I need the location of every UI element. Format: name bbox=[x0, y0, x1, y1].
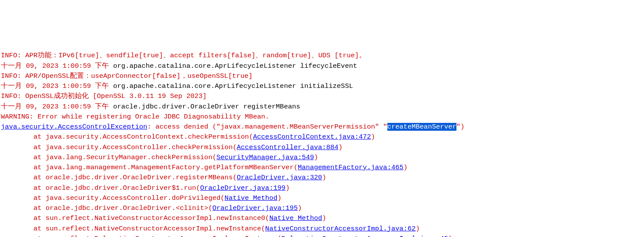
log-text: INFO: APR功能：IPv6[true]、sendfile[true]、ac… bbox=[1, 52, 366, 59]
source-link[interactable]: ManagementFactory.java:465 bbox=[298, 164, 404, 171]
console-line: 十一月 09, 2023 1:00:59 下午 oracle.jdbc.driv… bbox=[1, 102, 643, 112]
log-text: at sun.reflect.DelegatingConstructorAcce… bbox=[1, 235, 282, 237]
log-text: ) bbox=[338, 143, 342, 151]
log-text: INFO: OpenSSL成功初始化 [OpenSSL 3.0.11 19 Se… bbox=[1, 92, 207, 100]
console-line: INFO: APR功能：IPv6[true]、sendfile[true]、ac… bbox=[1, 51, 643, 61]
console-line: 十一月 09, 2023 1:00:59 下午 org.apache.catal… bbox=[1, 81, 643, 91]
console-line: at oracle.jdbc.driver.OracleDriver$1.run… bbox=[1, 183, 643, 193]
console-line: at oracle.jdbc.driver.OracleDriver.regis… bbox=[1, 173, 643, 183]
selected-text: createMBeanServer bbox=[387, 123, 456, 131]
log-text: 十一月 09, 2023 1:00:59 下午 bbox=[1, 82, 113, 90]
log-text: ) bbox=[285, 184, 289, 192]
console-line: at sun.reflect.DelegatingConstructorAcce… bbox=[1, 234, 643, 237]
source-link[interactable]: Native Method bbox=[225, 194, 278, 202]
log-text: WARNING: Error while registering Oracle … bbox=[1, 113, 269, 121]
console-line: at java.security.AccessControlContext.ch… bbox=[1, 132, 643, 142]
source-link[interactable]: OracleDriver.java:195 bbox=[212, 204, 298, 212]
source-link[interactable]: java.security.AccessControlException bbox=[1, 123, 147, 131]
log-text: at sun.reflect.NativeConstructorAccessor… bbox=[1, 225, 265, 233]
log-text: : access denied ("javax.management.MBean… bbox=[147, 123, 387, 131]
source-link[interactable]: OracleDriver.java:320 bbox=[237, 174, 322, 181]
log-text: ) bbox=[322, 214, 326, 222]
source-link[interactable]: DelegatingConstructorAccessorImpl.java:4… bbox=[282, 235, 448, 237]
log-text: ") bbox=[456, 123, 465, 131]
console-line: at oracle.jdbc.driver.OracleDriver.<clin… bbox=[1, 203, 643, 213]
log-text: 十一月 09, 2023 1:00:59 下午 bbox=[1, 62, 113, 70]
source-link[interactable]: NativeConstructorAccessorImpl.java:62 bbox=[265, 225, 416, 233]
log-text: at java.security.AccessController.checkP… bbox=[1, 143, 237, 151]
log-text: at java.security.AccessControlContext.ch… bbox=[1, 133, 253, 141]
log-text: ) bbox=[322, 174, 326, 181]
source-link[interactable]: AccessControlContext.java:472 bbox=[253, 133, 371, 141]
log-text: ) bbox=[404, 164, 407, 171]
log-text: oracle.jdbc.driver.OracleDriver register… bbox=[113, 103, 300, 111]
log-text: INFO: APR/OpenSSL配置：useAprConnector[fals… bbox=[1, 72, 253, 80]
log-text: at oracle.jdbc.driver.OracleDriver$1.run… bbox=[1, 184, 200, 192]
log-text: at sun.reflect.NativeConstructorAccessor… bbox=[1, 214, 269, 222]
log-text: 十一月 09, 2023 1:00:59 下午 bbox=[1, 103, 113, 111]
console-line: at java.security.AccessController.checkP… bbox=[1, 143, 643, 153]
console-line: at java.security.AccessController.doPriv… bbox=[1, 193, 643, 203]
console-line: INFO: APR/OpenSSL配置：useAprConnector[fals… bbox=[1, 71, 643, 81]
source-link[interactable]: Native Method bbox=[269, 214, 322, 222]
console-line: at sun.reflect.NativeConstructorAccessor… bbox=[1, 224, 643, 234]
log-text: ) bbox=[448, 235, 452, 237]
log-text: at oracle.jdbc.driver.OracleDriver.regis… bbox=[1, 174, 237, 181]
console-line: at java.lang.management.ManagementFactor… bbox=[1, 163, 643, 173]
console-line: at sun.reflect.NativeConstructorAccessor… bbox=[1, 213, 643, 223]
console-line: 十一月 09, 2023 1:00:59 下午 org.apache.catal… bbox=[1, 61, 643, 71]
log-text: ) bbox=[314, 153, 318, 161]
console-line: at java.lang.SecurityManager.checkPermis… bbox=[1, 153, 643, 163]
log-text: ) bbox=[278, 194, 282, 202]
log-text: org.apache.catalina.core.AprLifecycleLis… bbox=[113, 82, 353, 90]
log-text: ) bbox=[371, 133, 375, 141]
log-text: ) bbox=[298, 204, 302, 212]
log-text: ) bbox=[416, 225, 420, 233]
console-line: java.security.AccessControlException: ac… bbox=[1, 122, 643, 132]
log-text: at java.lang.management.ManagementFactor… bbox=[1, 164, 298, 171]
log-text: org.apache.catalina.core.AprLifecycleLis… bbox=[113, 62, 357, 70]
console-line: WARNING: Error while registering Oracle … bbox=[1, 112, 643, 122]
source-link[interactable]: OracleDriver.java:199 bbox=[200, 184, 285, 192]
source-link[interactable]: AccessController.java:884 bbox=[237, 143, 339, 151]
log-text: at java.lang.SecurityManager.checkPermis… bbox=[1, 153, 216, 161]
log-text: at java.security.AccessController.doPriv… bbox=[1, 194, 225, 202]
source-link[interactable]: SecurityManager.java:549 bbox=[216, 153, 314, 161]
console-line: INFO: OpenSSL成功初始化 [OpenSSL 3.0.11 19 Se… bbox=[1, 91, 643, 101]
log-text: at oracle.jdbc.driver.OracleDriver.<clin… bbox=[1, 204, 212, 212]
console-output[interactable]: INFO: APR功能：IPv6[true]、sendfile[true]、ac… bbox=[0, 51, 644, 237]
